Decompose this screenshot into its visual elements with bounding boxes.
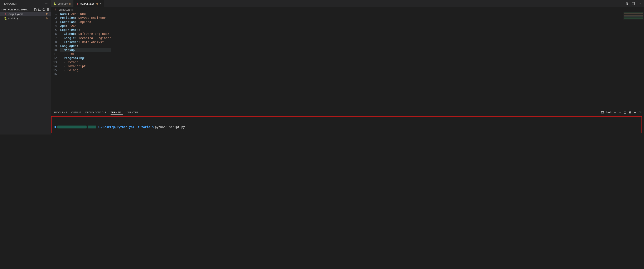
code-line[interactable]: - JavaScript — [60, 64, 111, 68]
tab-output-yaml[interactable]: !output.yamlM× — [74, 0, 104, 7]
py-icon: 🐍 — [53, 2, 56, 6]
terminal-command: python3 script.py — [155, 125, 185, 129]
collapse-icon[interactable] — [46, 8, 50, 11]
tab-script-py[interactable]: 🐍script.pyM — [51, 0, 74, 7]
minimap[interactable] — [623, 12, 644, 47]
yaml-icon: ! — [4, 12, 7, 16]
editor-area: 🐍script.pyM!output.yamlM× ··· ! output.y… — [51, 0, 644, 134]
tab-bar: 🐍script.pyM!output.yamlM× ··· — [51, 0, 644, 7]
file-item-script-py[interactable]: 🐍script.pyM — [0, 16, 51, 21]
breadcrumb[interactable]: ! output.yaml — [51, 7, 644, 12]
project-header[interactable]: PYTHON-YAML-TUTO… — [0, 7, 51, 12]
code-line[interactable]: Age: '26' — [60, 24, 111, 28]
modified-indicator: M — [96, 2, 98, 5]
panel-tab-problems[interactable]: PROBLEMS — [54, 110, 67, 115]
code-line[interactable]: Linkedin: Data Analyst — [60, 40, 111, 44]
modified-indicator: M — [69, 2, 71, 5]
code-content[interactable]: Name: John DoePosition: DevOps EngineerL… — [60, 12, 111, 109]
compare-changes-icon[interactable] — [625, 2, 628, 5]
close-icon[interactable]: × — [100, 2, 102, 6]
split-terminal-icon[interactable] — [624, 111, 626, 114]
chevron-down-icon — [0, 8, 3, 11]
code-line[interactable]: Position: DevOps Engineer — [60, 16, 111, 20]
modified-badge: M — [46, 12, 48, 16]
more-icon[interactable]: ··· — [45, 2, 48, 6]
line-number-gutter: 12345678910111213141516 — [51, 12, 60, 109]
code-line[interactable]: - Golang — [60, 68, 111, 72]
redacted-host — [57, 126, 86, 128]
chevron-up-icon[interactable] — [634, 111, 636, 114]
terminal-shell-icon[interactable] — [601, 111, 604, 114]
terminal-path: ~/Desktop/Python-yaml-tutorial — [99, 125, 152, 129]
chevron-down-icon[interactable] — [618, 111, 622, 114]
code-line[interactable]: Programming: — [60, 56, 111, 60]
tab-label: script.py — [58, 2, 68, 5]
code-line[interactable]: - HTML — [60, 52, 111, 56]
code-line[interactable]: Location: England — [60, 20, 111, 24]
terminal[interactable]: :~/Desktop/Python-yaml-tutorial$ python3… — [51, 116, 642, 133]
file-name: script.py — [8, 17, 18, 20]
panel-tab-terminal[interactable]: TERMINAL — [110, 110, 123, 115]
file-list: !output.yamlM🐍script.pyM — [0, 12, 51, 21]
code-line[interactable]: GitHub: Software Engineer — [60, 32, 111, 36]
new-folder-icon[interactable] — [38, 8, 41, 11]
code-line[interactable]: Name: John Doe — [60, 12, 111, 16]
new-file-icon[interactable] — [34, 8, 37, 11]
editor-more-icon[interactable]: ··· — [638, 2, 641, 6]
redacted-host — [88, 126, 96, 128]
breadcrumb-name: output.yaml — [58, 8, 72, 11]
code-line[interactable]: - Python — [60, 60, 111, 64]
code-line[interactable]: Experience: — [60, 28, 111, 32]
shell-name[interactable]: bash — [606, 111, 612, 114]
code-line[interactable]: Google: Technical Engineer — [60, 36, 111, 40]
panel-tab-debug-console[interactable]: DEBUG CONSOLE — [85, 110, 106, 115]
explorer-toolbar — [34, 8, 50, 11]
close-panel-icon[interactable] — [638, 111, 642, 114]
code-line[interactable] — [60, 72, 111, 76]
modified-badge: M — [46, 17, 48, 20]
yaml-icon: ! — [54, 8, 57, 11]
file-item-output-yaml[interactable]: !output.yamlM — [0, 12, 51, 16]
panel-tab-jupyter[interactable]: JUPYTER — [127, 110, 138, 115]
py-icon: 🐍 — [4, 17, 7, 20]
project-name: PYTHON-YAML-TUTO… — [3, 8, 29, 11]
code-line[interactable]: Languages: — [60, 44, 111, 48]
plus-icon[interactable] — [614, 111, 616, 114]
file-name: output.yaml — [8, 12, 22, 16]
tab-label: output.yaml — [80, 2, 94, 5]
trash-icon[interactable] — [628, 111, 632, 114]
code-line[interactable]: Markup: — [60, 48, 111, 52]
yaml-icon: ! — [76, 2, 79, 6]
panel-tab-output[interactable]: OUTPUT — [71, 110, 81, 115]
explorer-title: EXPLORER — [4, 2, 17, 5]
terminal-active-dot — [54, 126, 56, 128]
explorer-sidebar: EXPLORER ··· PYTHON-YAML-TUTO… !output.y… — [0, 0, 51, 134]
bottom-panel: PROBLEMSOUTPUTDEBUG CONSOLETERMINALJUPYT… — [51, 109, 644, 134]
refresh-icon[interactable] — [42, 8, 46, 11]
explorer-header: EXPLORER ··· — [0, 0, 51, 7]
panel-tab-bar: PROBLEMSOUTPUTDEBUG CONSOLETERMINALJUPYT… — [51, 109, 644, 116]
split-editor-icon[interactable] — [632, 2, 635, 5]
editor-body[interactable]: 12345678910111213141516 Name: John DoePo… — [51, 12, 644, 109]
